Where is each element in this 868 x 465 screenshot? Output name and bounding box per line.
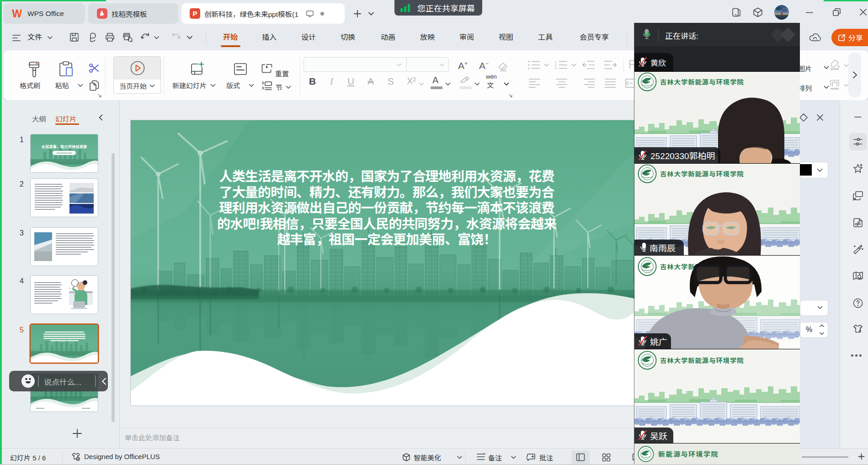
svg-text:理利用水资源做出自己的一份贡献，节约每一滴本不该浪费: 理利用水资源做出自己的一份贡献，节约每一滴本不该浪费 <box>219 201 554 215</box>
svg-text:的水吧!我相信，只要全国人民的共同努力，水资源将会越来: 的水吧!我相信，只要全国人民的共同努力，水资源将会越来 <box>217 217 557 231</box>
svg-text:2: 2 <box>555 64 557 67</box>
svg-text:了大量的时间、精力、还有财力。那么，我们大家也要为合: 了大量的时间、精力、还有财力。那么，我们大家也要为合 <box>219 185 554 200</box>
svg-text:人类生活是离不开水的，国家为了合理地利用水资源，花费: 人类生活是离不开水的，国家为了合理地利用水资源，花费 <box>219 169 554 184</box>
svg-text:吉林大学新能源与环境学院: 吉林大学新能源与环境学院 <box>660 169 744 178</box>
svg-text:越丰富，祖国一定会更加美丽、富饶！: 越丰富，祖国一定会更加美丽、富饶！ <box>277 232 496 247</box>
svg-text:新能源与环境学院: 新能源与环境学院 <box>658 449 719 459</box>
svg-text:3: 3 <box>555 67 557 70</box>
svg-text:吉林大学新能源与环境学院: 吉林大学新能源与环境学院 <box>660 355 744 365</box>
svg-text:1: 1 <box>555 60 557 64</box>
svg-text:水润青春，助力可持续发展: 水润青春，助力可持续发展 <box>42 144 87 149</box>
svg-text:吉林大学新: 吉林大学新 <box>660 262 695 271</box>
svg-text:吉林大学新能源与环境学院: 吉林大学新能源与环境学院 <box>660 77 744 86</box>
